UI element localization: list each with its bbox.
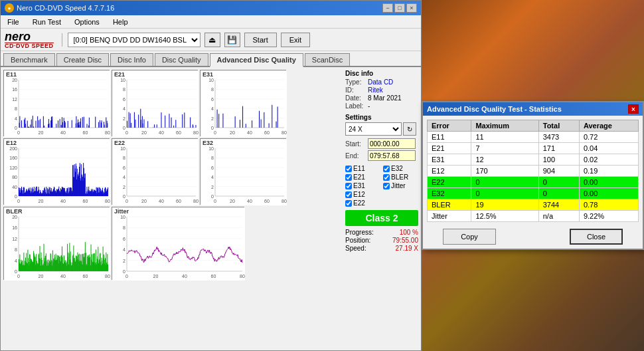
app-icon: ● xyxy=(5,3,14,13)
stats-row-e31: E31121000.02 xyxy=(428,154,639,166)
col-total: Total xyxy=(538,120,579,132)
exit-button[interactable]: Exit xyxy=(281,33,310,47)
stats-title: Advanced Disc Quality Test - Statistics xyxy=(427,105,562,113)
speed-label: Speed: xyxy=(345,245,366,252)
col-error: Error xyxy=(428,120,471,132)
settings-title: Settings xyxy=(345,114,418,121)
menu-help[interactable]: Help xyxy=(109,17,132,27)
id-label: ID: xyxy=(345,86,366,94)
position-label: Position: xyxy=(345,237,370,244)
tab-advanced-disc-quality[interactable]: Advanced Disc Quality xyxy=(210,53,303,67)
charts-row-2: E12 E22 E32 xyxy=(3,138,343,205)
main-content: E11 E21 E31 E12 E22 xyxy=(1,67,421,349)
chart-bler: BLER xyxy=(3,207,110,280)
col-maximum: Maximum xyxy=(471,120,538,132)
stats-row-e21: E2171710.04 xyxy=(428,143,639,154)
tab-benchmark[interactable]: Benchmark xyxy=(3,53,55,66)
cb-e11[interactable] xyxy=(345,166,352,172)
progress-label: Progress: xyxy=(345,229,374,236)
stats-button-row: Copy Close xyxy=(423,226,643,249)
stats-row-e12: E121709040.19 xyxy=(428,166,639,177)
end-time-input[interactable] xyxy=(368,150,416,161)
checkbox-group: E11 E32 E21 BLER E31 Jitter E12 E22 xyxy=(345,165,418,207)
stats-close-button[interactable]: × xyxy=(628,104,639,114)
window-title: Nero CD-DVD Speed 4.7.7.16 xyxy=(17,4,114,12)
tab-scan-disc[interactable]: ScanDisc xyxy=(305,53,350,66)
cb-e31[interactable] xyxy=(345,183,352,189)
start-label: Start: xyxy=(345,140,366,148)
stats-row-bler: BLER1937440.78 xyxy=(428,199,639,211)
settings-section: Settings 24 X ↻ Start: End: xyxy=(345,114,418,161)
type-label: Type: xyxy=(345,78,366,86)
copy-button[interactable]: Copy xyxy=(443,229,496,245)
position-value: 79:55.00 xyxy=(392,237,418,244)
cb-jitter[interactable] xyxy=(383,183,390,189)
stats-title-bar: Advanced Disc Quality Test - Statistics … xyxy=(423,102,643,116)
cb-e32[interactable] xyxy=(383,166,390,172)
date-label: Date: xyxy=(345,94,366,102)
date-value: 8 Mar 2021 xyxy=(368,94,402,102)
menu-bar: File Run Test Options Help xyxy=(1,15,421,29)
title-bar: ● Nero CD-DVD Speed 4.7.7.16 − □ × xyxy=(1,1,421,15)
label-value: - xyxy=(368,102,370,110)
label-label: Label: xyxy=(345,102,366,110)
stats-row-jitter: Jitter12.5%n/a9.22% xyxy=(428,211,639,222)
minimize-button[interactable]: − xyxy=(382,3,393,13)
stats-row-e22: E22000.00 xyxy=(428,177,639,188)
col-average: Average xyxy=(579,120,638,132)
close-button[interactable]: × xyxy=(406,3,417,13)
start-button[interactable]: Start xyxy=(244,33,277,47)
charts-area: E11 E21 E31 E12 E22 xyxy=(3,70,343,346)
drive-selector[interactable]: [0:0] BENQ DVD DD DW1640 BSLB xyxy=(68,33,201,47)
charts-row-1: E11 E21 E31 xyxy=(3,70,343,136)
stats-row-e11: E111134730.72 xyxy=(428,132,639,143)
window-controls: − □ × xyxy=(382,3,417,13)
chart-e32: E32 xyxy=(200,138,286,205)
refresh-icon[interactable]: ↻ xyxy=(403,122,416,136)
stats-table: Error Maximum Total Average E111134730.7… xyxy=(427,120,639,222)
stats-dialog: Advanced Disc Quality Test - Statistics … xyxy=(422,101,644,250)
close-button[interactable]: Close xyxy=(570,229,623,245)
menu-file[interactable]: File xyxy=(3,17,23,27)
menu-run-test[interactable]: Run Test xyxy=(29,17,65,27)
tab-bar: Benchmark Create Disc Disc Info Disc Qua… xyxy=(1,51,421,67)
start-time-input[interactable] xyxy=(368,138,416,149)
type-value: Data CD xyxy=(368,78,393,86)
disc-info-section: Disc info Type: Data CD ID: Ritek Date: … xyxy=(345,70,418,110)
charts-row-3: BLER Jitter xyxy=(3,207,343,280)
tab-disc-quality[interactable]: Disc Quality xyxy=(155,53,208,66)
chart-e11: E11 xyxy=(3,70,110,136)
class-badge: Class 2 xyxy=(345,210,418,226)
cb-e21[interactable] xyxy=(345,174,352,181)
cb-e22[interactable] xyxy=(345,200,352,207)
end-label: End: xyxy=(345,152,366,160)
speed-selector[interactable]: 24 X xyxy=(345,122,402,136)
progress-value: 100 % xyxy=(400,229,418,236)
nero-logo: nero CD·DVD SPEED xyxy=(5,31,54,49)
disc-info-title: Disc info xyxy=(345,70,418,77)
eject-icon[interactable]: ⏏ xyxy=(204,33,220,47)
stats-table-wrapper: Error Maximum Total Average E111134730.7… xyxy=(423,120,643,222)
cb-bler[interactable] xyxy=(383,174,390,181)
chart-e21: E21 xyxy=(112,70,198,136)
maximize-button[interactable]: □ xyxy=(394,3,405,13)
main-window: ● Nero CD-DVD Speed 4.7.7.16 − □ × File … xyxy=(0,0,422,351)
toolbar: nero CD·DVD SPEED [0:0] BENQ DVD DD DW16… xyxy=(1,29,421,51)
tab-disc-info[interactable]: Disc Info xyxy=(110,53,153,66)
speed-value: 27.19 X xyxy=(396,245,418,252)
chart-e22: E22 xyxy=(112,138,198,205)
save-icon[interactable]: 💾 xyxy=(224,33,240,47)
chart-jitter: Jitter xyxy=(112,207,244,280)
menu-options[interactable]: Options xyxy=(70,17,104,27)
toolbar-divider xyxy=(62,33,62,47)
chart-e31: E31 xyxy=(200,70,286,136)
id-value: Ritek xyxy=(368,86,383,94)
info-panel: Disc info Type: Data CD ID: Ritek Date: … xyxy=(345,70,418,346)
chart-e12: E12 xyxy=(3,138,110,205)
progress-section: Progress: 100 % Position: 79:55.00 Speed… xyxy=(345,229,418,252)
tab-create-disc[interactable]: Create Disc xyxy=(56,53,109,66)
cb-e12[interactable] xyxy=(345,191,352,198)
stats-row-e32: E32000.00 xyxy=(428,188,639,199)
